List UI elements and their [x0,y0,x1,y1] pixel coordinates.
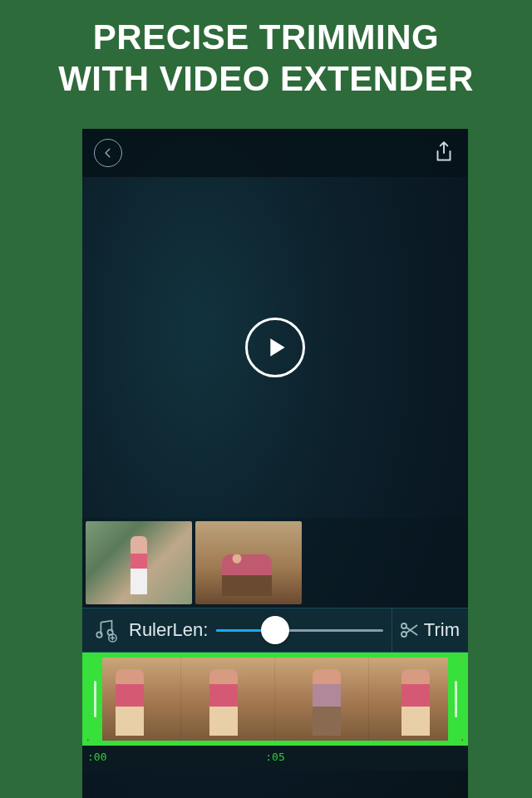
timeline-frame [275,658,369,741]
control-bar: RulerLen: Trim [82,608,468,653]
app-screenshot: RulerLen: Trim :00 :05 [82,129,468,798]
trim-handle-right[interactable] [448,658,463,741]
back-button[interactable] [94,139,122,167]
clip-row [82,518,468,608]
share-icon [433,140,455,165]
slider-track [216,629,382,632]
headline-line-1: PRECISE TRIMMING [8,17,524,58]
top-bar [82,129,468,177]
clip-thumbnail[interactable] [195,521,302,604]
ruler-length-label: RulerLen: [129,619,208,641]
add-music-button[interactable] [91,615,121,645]
play-icon [267,335,288,360]
time-tick-5: :05 [265,751,284,763]
headline-line-2: WITH VIDEO EXTENDER [8,58,524,100]
share-button[interactable] [431,139,456,167]
scissors-icon [399,620,419,640]
slider-thumb[interactable] [261,616,289,644]
timeline-track[interactable] [87,658,463,741]
trim-button[interactable]: Trim [392,608,460,652]
promo-headline: PRECISE TRIMMING WITH VIDEO EXTENDER [0,0,532,116]
trim-label: Trim [424,619,460,641]
time-ruler: :00 :05 [82,746,468,771]
time-tick-0: :00 [87,751,106,763]
play-button[interactable] [245,318,305,377]
chevron-left-icon [102,147,114,159]
video-preview [82,177,468,518]
music-plus-icon [93,618,118,643]
clip-thumbnail[interactable] [86,521,192,604]
timeline[interactable] [82,653,468,746]
timeline-frame [181,658,275,741]
trim-handle-left[interactable] [87,658,102,741]
ruler-length-slider[interactable] [216,613,382,647]
